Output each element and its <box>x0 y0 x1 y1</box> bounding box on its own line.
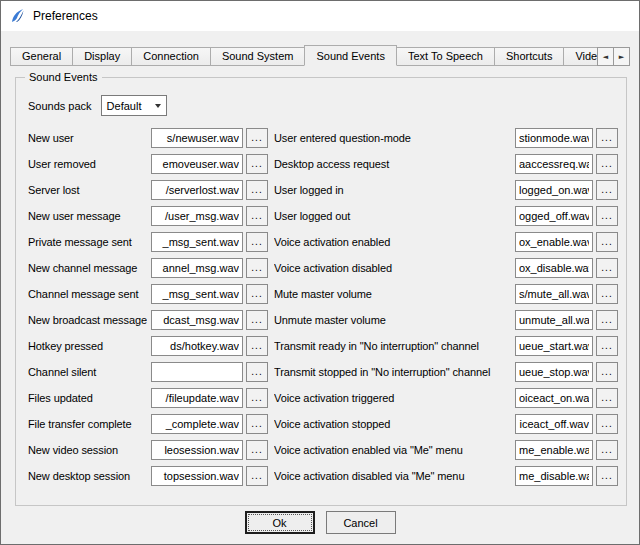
sound-event-label: Files updated <box>28 392 147 404</box>
sound-event-row: Files updated... <box>28 385 268 411</box>
sounds-pack-combobox[interactable]: Default <box>101 95 167 116</box>
sound-file-input[interactable] <box>515 206 593 226</box>
sound-file-input[interactable] <box>515 336 593 356</box>
sound-file-input[interactable] <box>151 154 243 174</box>
tab-display[interactable]: Display <box>72 47 132 66</box>
tab-connection[interactable]: Connection <box>131 47 211 66</box>
tab-bar: GeneralDisplayConnectionSound SystemSoun… <box>10 45 630 66</box>
sound-event-label: User removed <box>28 158 147 170</box>
sound-file-input[interactable] <box>151 128 243 148</box>
sound-file-input[interactable] <box>515 388 593 408</box>
sound-file-input[interactable] <box>515 466 593 486</box>
browse-button[interactable]: ... <box>246 466 268 486</box>
browse-button[interactable]: ... <box>246 362 268 382</box>
browse-button[interactable]: ... <box>596 232 618 252</box>
sound-file-input[interactable] <box>151 388 243 408</box>
browse-button[interactable]: ... <box>596 180 618 200</box>
sound-file-input[interactable] <box>515 154 593 174</box>
sound-file-input[interactable] <box>151 258 243 278</box>
browse-button[interactable]: ... <box>596 336 618 356</box>
sound-file-input[interactable] <box>151 414 243 434</box>
sound-event-label: New desktop session <box>28 470 147 482</box>
sound-file-input[interactable] <box>515 414 593 434</box>
tab-scroll-left-button[interactable]: ◄ <box>597 47 614 66</box>
sound-event-row: Server lost... <box>28 177 268 203</box>
sound-event-label: Unmute master volume <box>274 314 511 326</box>
browse-button[interactable]: ... <box>596 466 618 486</box>
browse-button[interactable]: ... <box>246 206 268 226</box>
sound-file-input[interactable] <box>151 362 243 382</box>
sound-event-label: New user message <box>28 210 147 222</box>
sounds-pack-label: Sounds pack <box>28 100 92 112</box>
sound-event-row: Voice activation enabled... <box>274 229 618 255</box>
browse-button[interactable]: ... <box>246 232 268 252</box>
sound-event-label: Channel silent <box>28 366 147 378</box>
group-title: Sound Events <box>25 71 102 84</box>
tab-text-to-speech[interactable]: Text To Speech <box>396 47 495 66</box>
browse-button[interactable]: ... <box>246 128 268 148</box>
sound-event-label: Voice activation enabled via "Me" menu <box>274 444 511 456</box>
sound-event-row: New channel message... <box>28 255 268 281</box>
sound-event-label: Private message sent <box>28 236 147 248</box>
browse-button[interactable]: ... <box>596 310 618 330</box>
browse-button[interactable]: ... <box>246 180 268 200</box>
tab-scroll-right-button[interactable]: ► <box>613 47 630 66</box>
sound-event-label: Voice activation disabled via "Me" menu <box>274 470 511 482</box>
sound-event-row: File transfer complete... <box>28 411 268 437</box>
browse-button[interactable]: ... <box>246 414 268 434</box>
tab-shortcuts[interactable]: Shortcuts <box>494 47 564 66</box>
sounds-pack-row: Sounds pack Default <box>28 95 167 116</box>
sound-event-label: User logged out <box>274 210 511 222</box>
browse-button[interactable]: ... <box>596 206 618 226</box>
browse-button[interactable]: ... <box>246 388 268 408</box>
sound-event-row: Unmute master volume... <box>274 307 618 333</box>
sound-file-input[interactable] <box>151 206 243 226</box>
sound-file-input[interactable] <box>515 180 593 200</box>
tab-scroll: ◄ ► <box>597 47 630 66</box>
browse-button[interactable]: ... <box>596 362 618 382</box>
sound-file-input[interactable] <box>151 310 243 330</box>
browse-button[interactable]: ... <box>596 388 618 408</box>
tab-sound-system[interactable]: Sound System <box>210 47 306 66</box>
browse-button[interactable]: ... <box>596 258 618 278</box>
browse-button[interactable]: ... <box>596 440 618 460</box>
sound-file-input[interactable] <box>151 232 243 252</box>
sound-file-input[interactable] <box>151 180 243 200</box>
sound-file-input[interactable] <box>515 128 593 148</box>
browse-button[interactable]: ... <box>246 284 268 304</box>
sound-event-row: New broadcast message... <box>28 307 268 333</box>
sound-event-label: New user <box>28 132 147 144</box>
browse-button[interactable]: ... <box>246 310 268 330</box>
sound-file-input[interactable] <box>515 232 593 252</box>
sound-event-label: New channel message <box>28 262 147 274</box>
sound-event-label: User entered question-mode <box>274 132 511 144</box>
sound-event-label: New video session <box>28 444 147 456</box>
sound-event-row: Voice activation triggered... <box>274 385 618 411</box>
browse-button[interactable]: ... <box>246 154 268 174</box>
sound-event-label: Hotkey pressed <box>28 340 147 352</box>
browse-button[interactable]: ... <box>596 414 618 434</box>
cancel-button[interactable]: Cancel <box>326 511 396 534</box>
browse-button[interactable]: ... <box>596 154 618 174</box>
sound-event-row: Voice activation enabled via "Me" menu..… <box>274 437 618 463</box>
sound-file-input[interactable] <box>515 284 593 304</box>
sound-file-input[interactable] <box>515 310 593 330</box>
sound-file-input[interactable] <box>151 466 243 486</box>
sound-file-input[interactable] <box>151 284 243 304</box>
chevron-down-icon <box>150 96 166 115</box>
tab-general[interactable]: General <box>10 47 73 66</box>
sound-file-input[interactable] <box>151 440 243 460</box>
sound-file-input[interactable] <box>515 440 593 460</box>
tab-sound-events[interactable]: Sound Events <box>304 45 397 66</box>
sound-file-input[interactable] <box>151 336 243 356</box>
browse-button[interactable]: ... <box>596 128 618 148</box>
browse-button[interactable]: ... <box>246 336 268 356</box>
browse-button[interactable]: ... <box>596 284 618 304</box>
browse-button[interactable]: ... <box>246 258 268 278</box>
preferences-dialog: Preferences GeneralDisplayConnectionSoun… <box>1 1 639 31</box>
browse-button[interactable]: ... <box>246 440 268 460</box>
ok-button[interactable]: Ok <box>245 511 315 534</box>
sound-file-input[interactable] <box>515 362 593 382</box>
sound-event-row: Transmit ready in "No interruption" chan… <box>274 333 618 359</box>
sound-file-input[interactable] <box>515 258 593 278</box>
